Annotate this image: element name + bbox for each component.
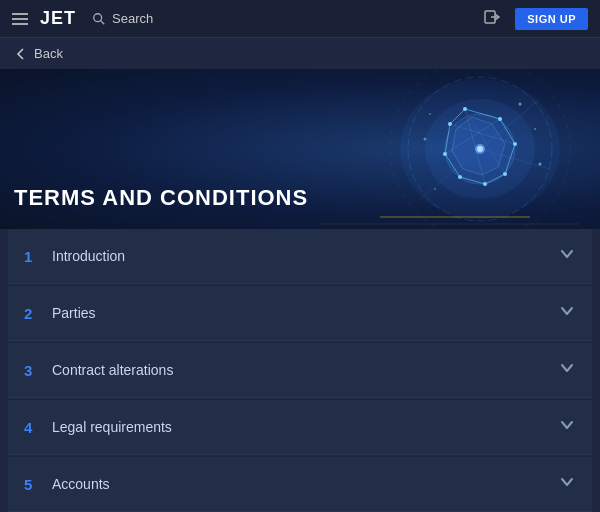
back-arrow-icon bbox=[14, 47, 28, 61]
accordion-item[interactable]: 3 Contract alterations bbox=[8, 343, 592, 398]
signup-button[interactable]: SIGN UP bbox=[515, 8, 588, 30]
svg-point-28 bbox=[519, 103, 522, 106]
accordion-item[interactable]: 4 Legal requirements bbox=[8, 400, 592, 455]
back-nav[interactable]: Back bbox=[0, 38, 600, 69]
accordion-number: 5 bbox=[24, 476, 52, 493]
search-label: Search bbox=[112, 11, 153, 26]
svg-point-29 bbox=[534, 128, 536, 130]
svg-point-32 bbox=[424, 138, 427, 141]
chevron-down-icon bbox=[558, 473, 576, 495]
hero-illustration bbox=[320, 69, 580, 229]
accordion-item[interactable]: 5 Accounts bbox=[8, 457, 592, 512]
accordion-label: Contract alterations bbox=[52, 362, 558, 378]
accordion-number: 3 bbox=[24, 362, 52, 379]
login-arrow-icon bbox=[483, 7, 503, 27]
svg-point-16 bbox=[458, 175, 462, 179]
accordion-label: Legal requirements bbox=[52, 419, 558, 435]
svg-point-0 bbox=[94, 13, 102, 21]
chevron-down-icon bbox=[558, 416, 576, 438]
chevron-down-icon bbox=[558, 359, 576, 381]
header: JET Search SIGN UP bbox=[0, 0, 600, 38]
chevron-down-icon bbox=[558, 245, 576, 267]
accordion-label: Introduction bbox=[52, 248, 558, 264]
accordion-item[interactable]: 2 Parties bbox=[8, 286, 592, 341]
accordion-item[interactable]: 1 Introduction bbox=[8, 229, 592, 284]
svg-point-31 bbox=[429, 113, 431, 115]
back-label: Back bbox=[34, 46, 63, 61]
logo: JET bbox=[40, 8, 76, 29]
menu-icon[interactable] bbox=[12, 13, 28, 25]
hero-section: TERMS AND CONDITIONS bbox=[0, 69, 600, 229]
svg-point-33 bbox=[434, 188, 436, 190]
search-icon bbox=[92, 12, 106, 26]
svg-line-1 bbox=[101, 20, 105, 24]
accordion-label: Parties bbox=[52, 305, 558, 321]
accordion: 1 Introduction 2 Parties 3 Contract alte… bbox=[0, 229, 600, 512]
chevron-down-icon bbox=[558, 302, 576, 324]
login-icon[interactable] bbox=[483, 7, 503, 31]
accordion-label: Accounts bbox=[52, 476, 558, 492]
accordion-number: 4 bbox=[24, 419, 52, 436]
svg-point-30 bbox=[539, 163, 542, 166]
page-title: TERMS AND CONDITIONS bbox=[14, 185, 308, 211]
accordion-number: 1 bbox=[24, 248, 52, 265]
accordion-number: 2 bbox=[24, 305, 52, 322]
search-button[interactable]: Search bbox=[92, 11, 153, 26]
